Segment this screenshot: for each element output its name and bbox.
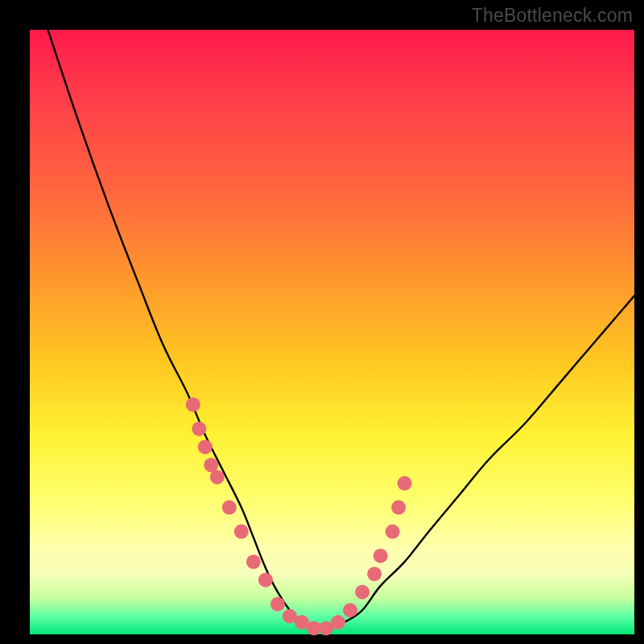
marker-dot: [343, 603, 357, 617]
chart-svg: [30, 30, 634, 634]
marker-dot: [246, 555, 261, 569]
markers-group: [186, 398, 412, 636]
marker-dot: [374, 548, 388, 563]
marker-dot: [186, 398, 200, 412]
marker-dot: [331, 615, 345, 630]
marker-dot: [258, 572, 273, 587]
marker-dot: [270, 597, 285, 612]
marker-dot: [355, 584, 369, 599]
chart-stage: TheBottleneck.com: [0, 0, 644, 644]
bottleneck-curve: [48, 30, 635, 629]
marker-dot: [386, 524, 400, 539]
marker-dot: [367, 567, 382, 581]
marker-dot: [198, 440, 213, 454]
marker-dot: [398, 476, 412, 490]
marker-dot: [391, 500, 406, 514]
marker-dot: [192, 422, 206, 436]
marker-dot: [222, 500, 237, 514]
plot-area: [30, 30, 634, 634]
marker-dot: [210, 470, 225, 485]
watermark-text: TheBottleneck.com: [472, 5, 633, 27]
marker-dot: [234, 524, 249, 539]
